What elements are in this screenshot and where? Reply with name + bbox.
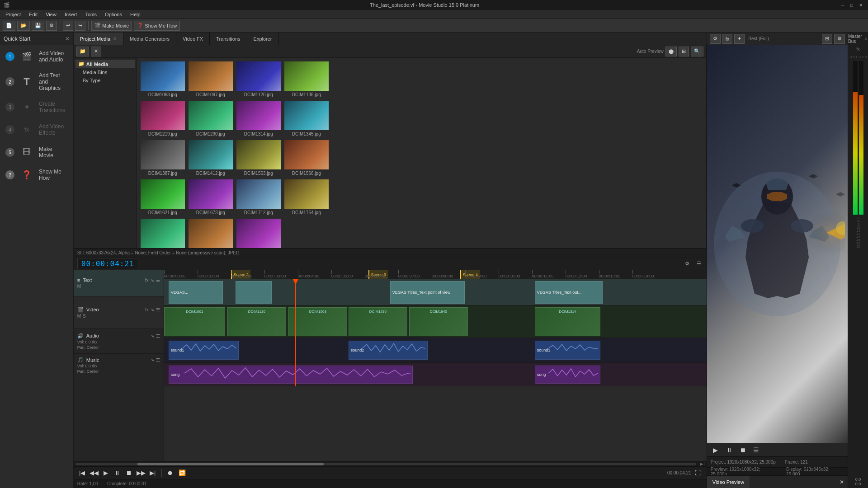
menu-view[interactable]: View — [42, 11, 60, 18]
preview-pause-button[interactable]: ⏸ — [724, 445, 734, 455]
track-video-more-btn[interactable]: ☰ — [156, 307, 160, 312]
text-clip-2[interactable] — [236, 281, 272, 304]
media-thumb-dcim1314[interactable]: DCIM1314.jpg — [236, 101, 281, 136]
tab-explorer[interactable]: Explorer — [247, 33, 279, 45]
preview-stop-button[interactable]: ⏹ — [738, 445, 748, 455]
media-thumb-dcim1823[interactable] — [189, 219, 233, 248]
media-thumb-dcim1754[interactable]: DCIM1754.jpg — [284, 179, 329, 215]
zoom-btn[interactable]: 🔍 — [691, 47, 703, 56]
video-clip-dcim1503[interactable]: DCIM1503 — [288, 307, 347, 336]
media-thumb-dcim1219[interactable]: DCIM1219.jpg — [141, 101, 185, 136]
media-thumb-dcim1387[interactable]: DCIM1387.jpg — [141, 140, 185, 176]
preview-tab-video[interactable]: Video Preview — [707, 476, 750, 488]
master-close-btn[interactable]: ✕ — [864, 37, 868, 41]
track-video-fx-btn[interactable]: fx — [145, 307, 149, 312]
media-thumb-dcim1290[interactable]: DCIM1290.jpg — [189, 101, 233, 136]
new-project-button[interactable]: 📄 — [3, 21, 15, 31]
timeline-menu-btn[interactable]: ☰ — [695, 260, 703, 267]
media-thumb-dcim1845[interactable] — [236, 219, 281, 248]
video-clip-dcim1001[interactable]: DCIM1001 — [164, 307, 225, 336]
video-clip-dcim1845[interactable]: DCIM1845 — [409, 307, 468, 336]
audio-clip-sound1[interactable]: sound1 — [169, 341, 239, 360]
fullscreen-button[interactable]: ⛶ — [693, 468, 703, 478]
track-text-mute-btn[interactable]: M — [77, 284, 81, 289]
media-thumb-dcim1712[interactable]: DCIM1712.jpg — [236, 179, 281, 215]
track-music-env-btn[interactable]: ∿ — [151, 357, 154, 362]
media-thumb-dcim1503[interactable]: DCIM1503.jpg — [236, 140, 281, 176]
music-clip-song2[interactable]: song — [535, 366, 600, 384]
record-button[interactable]: ⏺ — [165, 468, 175, 478]
quickstart-item-3[interactable]: 3 ✦ Create Transitions — [0, 96, 73, 118]
maximize-button[interactable]: □ — [848, 1, 855, 9]
scrollbar-track[interactable] — [75, 463, 696, 465]
video-clip-dcim1290[interactable]: DCIM1290 — [349, 307, 407, 336]
auto-preview-btn[interactable]: ⬤ — [665, 47, 677, 56]
quickstart-item-5[interactable]: 5 🎞 Make Movie — [0, 141, 73, 164]
tab-transitions[interactable]: Transitions — [210, 33, 247, 45]
undo-button[interactable]: ↩ — [63, 21, 73, 31]
media-thumb-dcim1800[interactable] — [141, 219, 185, 248]
media-thumb-dcim1621[interactable]: DCIM1621.jpg — [141, 179, 185, 215]
preview-list-button[interactable]: ☰ — [751, 445, 761, 455]
save-button[interactable]: 💾 — [32, 21, 44, 31]
timeline-settings-btn[interactable]: ⚙ — [683, 260, 691, 267]
music-clip-song1[interactable]: song — [169, 366, 413, 384]
text-clip-1[interactable]: VEGAS... — [169, 281, 223, 304]
quickstart-item-help[interactable]: ? ❓ Show Me How — [0, 164, 73, 186]
open-button[interactable]: 📂 — [17, 21, 30, 31]
media-close-btn[interactable]: ✕ — [91, 47, 101, 56]
play-button[interactable]: ▶ — [101, 468, 111, 478]
media-thumb-dcim1097[interactable]: DCIM1097.jpg — [189, 61, 233, 97]
track-audio-more-btn[interactable]: ☰ — [156, 333, 160, 338]
tab-close-project-media[interactable]: ✕ — [113, 36, 117, 41]
track-text-env-btn[interactable]: ∿ — [151, 278, 154, 283]
quickstart-item-4[interactable]: 4 fx Add Video Effects — [0, 118, 73, 141]
go-to-end-button[interactable]: ▶| — [148, 468, 158, 478]
audio-clip-sound1b[interactable]: sound1 — [535, 341, 600, 360]
quickstart-close-button[interactable]: ✕ — [65, 36, 70, 42]
media-thumb-dcim1120[interactable]: DCIM1120.jpg — [236, 61, 281, 97]
menu-help[interactable]: Help — [127, 11, 144, 18]
tree-item-all-media[interactable]: 📁 All Media — [75, 60, 135, 68]
audio-clip-sound2[interactable]: sound2 — [349, 341, 428, 360]
preview-fx-btn[interactable]: fx — [722, 34, 733, 44]
menu-edit[interactable]: Edit — [25, 11, 41, 18]
scroll-end-btn[interactable]: ▶| — [700, 461, 705, 466]
text-clip-4[interactable]: VEGAS Titles_Text out... — [535, 281, 603, 304]
preview-grid-btn[interactable]: ⊞ — [822, 34, 832, 44]
settings-button[interactable]: ⚙ — [46, 21, 57, 31]
show-me-how-button[interactable]: ❓ Show Me How — [134, 21, 180, 31]
track-content[interactable]: Scene 2 Scene 3 Scene 4 00:00:00:00 00:0… — [164, 270, 707, 461]
preview-render-btn[interactable]: ✦ — [734, 34, 745, 44]
make-movie-button[interactable]: 🎬 Make Movie — [91, 21, 132, 31]
media-thumb-dcim1138[interactable]: DCIM1138.jpg — [284, 61, 329, 97]
loop-button[interactable]: 🔁 — [177, 468, 187, 478]
preview-settings2-btn[interactable]: ⚙ — [834, 34, 845, 44]
quickstart-item-1[interactable]: 1 🎬 Add Video and Audio — [0, 45, 73, 68]
tab-media-generators[interactable]: Media Generators — [123, 33, 176, 45]
media-thumb-dcim1063[interactable]: DCIM1063.jpg — [141, 61, 185, 97]
media-thumb-dcim1673[interactable]: DCIM1673.jpg — [189, 179, 233, 215]
preview-settings-btn[interactable]: ⚙ — [710, 34, 721, 44]
track-video-mute-btn[interactable]: M — [77, 314, 81, 319]
text-clip-3[interactable]: VEGAS Titles_Text point of view — [390, 281, 465, 304]
video-clip-dcim1314[interactable]: DCIM1314 — [535, 307, 600, 336]
meter-fx-btn[interactable]: fx — [856, 47, 859, 52]
track-music-more-btn[interactable]: ☰ — [156, 357, 160, 362]
menu-insert[interactable]: Insert — [61, 11, 81, 18]
prev-frame-button[interactable]: ◀◀ — [89, 468, 99, 478]
track-video-solo-btn[interactable]: S — [83, 314, 86, 319]
timeline-scrollbar[interactable]: ▶| — [74, 461, 707, 466]
minimize-button[interactable]: ─ — [839, 1, 846, 9]
tab-project-media[interactable]: Project Media ✕ — [74, 33, 123, 45]
pause-button[interactable]: ⏸ — [113, 468, 123, 478]
track-video-env-btn[interactable]: ∿ — [151, 307, 154, 312]
quickstart-item-2[interactable]: 2 T Add Text and Graphics — [0, 68, 73, 96]
track-text-more-btn[interactable]: ☰ — [156, 278, 160, 283]
tree-item-media-bins[interactable]: Media Bins — [75, 68, 135, 76]
go-to-start-button[interactable]: |◀ — [77, 468, 87, 478]
media-thumb-dcim1412[interactable]: DCIM1412.jpg — [189, 140, 233, 176]
media-folder-btn[interactable]: 📁 — [76, 47, 89, 56]
preview-close-btn[interactable]: ✕ — [836, 479, 848, 485]
preview-play-button[interactable]: ▶ — [711, 445, 721, 455]
